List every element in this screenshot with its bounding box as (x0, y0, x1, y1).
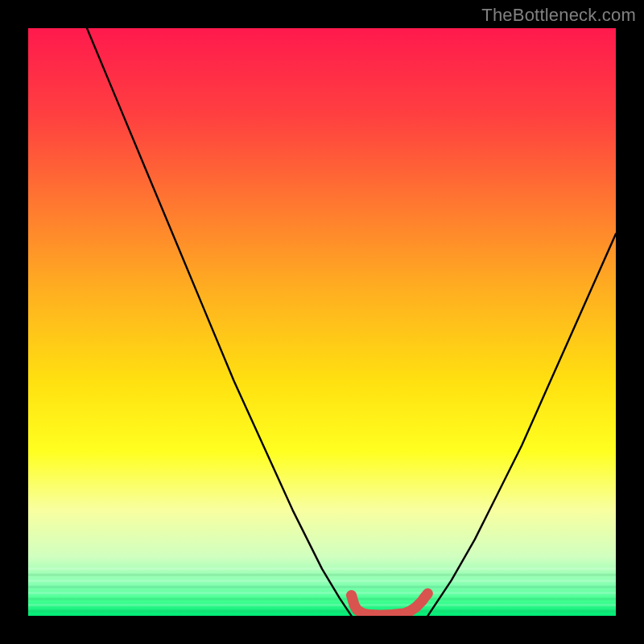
chart-container: TheBottleneck.com (0, 0, 644, 644)
plot-area (28, 28, 616, 616)
svg-rect-3 (28, 586, 616, 588)
chart-svg (28, 28, 616, 616)
gradient-background (28, 28, 616, 616)
svg-rect-7 (28, 610, 616, 613)
watermark-text: TheBottleneck.com (481, 5, 636, 26)
svg-rect-5 (28, 598, 616, 601)
svg-rect-4 (28, 592, 616, 594)
svg-rect-1 (28, 574, 616, 576)
svg-rect-6 (28, 604, 616, 606)
svg-rect-2 (28, 580, 616, 582)
